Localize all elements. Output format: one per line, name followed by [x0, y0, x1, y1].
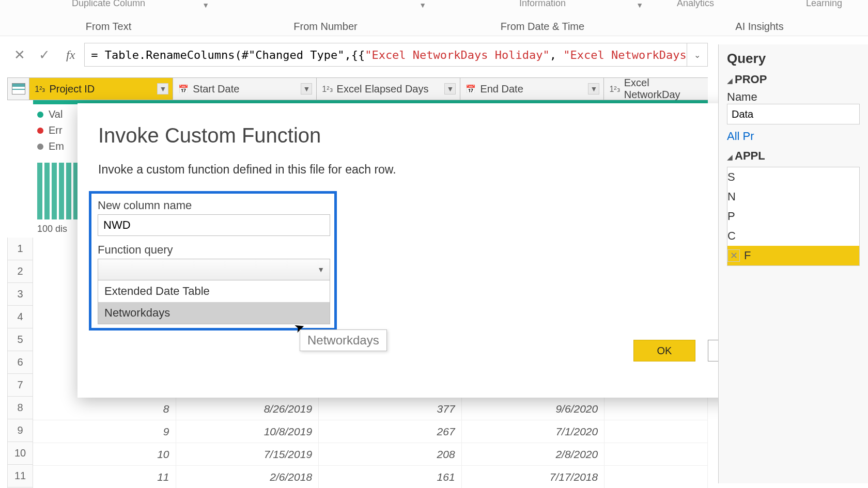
row-number-column: 1 2 3 4 5 6 7 8 9 10 11 12: [7, 238, 33, 488]
table-row[interactable]: 10 7/15/2019 208 2/8/2020: [33, 443, 708, 466]
column-filter-button[interactable]: ▼: [588, 83, 599, 95]
formula-input[interactable]: = Table.RenameColumns(#"Changed Type",{{…: [84, 43, 687, 67]
ribbon-from-text[interactable]: Duplicate Column From Text ▼: [0, 0, 217, 36]
formula-bar: ✕ ✓ fx = Table.RenameColumns(#"Changed T…: [7, 42, 708, 67]
table-row[interactable]: 11 2/6/2018 161 7/17/2018: [33, 466, 708, 488]
applied-step[interactable]: C: [727, 226, 859, 246]
row-number[interactable]: 11: [7, 465, 33, 487]
new-column-name-input[interactable]: [98, 214, 330, 236]
name-label: Name: [727, 90, 860, 104]
row-number[interactable]: 5: [7, 328, 33, 351]
table-row[interactable]: 8 8/26/2019 377 9/6/2020: [33, 398, 708, 420]
number-type-icon: 1²₃: [322, 84, 332, 94]
number-type-icon: 1²₃: [35, 84, 45, 94]
column-filter-button[interactable]: ▼: [157, 83, 168, 95]
table-icon: [12, 83, 25, 95]
chevron-down-icon: ▼: [317, 265, 324, 274]
column-header-elapsed-days[interactable]: 1²₃ Excel Elapsed Days ▼: [317, 77, 460, 100]
fx-icon[interactable]: fx: [57, 48, 84, 62]
applied-steps-header[interactable]: ◢APPL: [727, 149, 860, 163]
date-type-icon: 📅: [466, 84, 476, 94]
ribbon: Duplicate Column From Text ▼ From Number…: [0, 0, 868, 36]
error-dot-icon: [37, 128, 43, 134]
row-number[interactable]: 10: [7, 442, 33, 465]
number-type-icon: 1²₃: [609, 84, 619, 94]
expand-formula-button[interactable]: ⌄: [687, 43, 708, 67]
function-query-options: Extended Date Table Networkdays: [98, 280, 330, 324]
properties-header[interactable]: ◢PROP: [727, 73, 860, 86]
row-number[interactable]: 2: [7, 260, 33, 283]
dialog-title: Invoke Custom Function: [78, 103, 801, 152]
ribbon-from-number[interactable]: From Number ▼: [217, 0, 434, 36]
dropdown-option-extended-date-table[interactable]: Extended Date Table: [98, 280, 330, 302]
cancel-formula-button[interactable]: ✕: [7, 42, 32, 67]
row-number[interactable]: 8: [7, 397, 33, 419]
ok-button[interactable]: OK: [633, 340, 695, 361]
row-number[interactable]: 9: [7, 419, 33, 442]
row-number[interactable]: 3: [7, 283, 33, 306]
query-settings-panel: Query ◢PROP Name All Pr ◢APPL S N P C ✕F: [718, 44, 868, 483]
collapse-icon: ◢: [727, 76, 733, 85]
row-number[interactable]: 7: [7, 374, 33, 397]
invoke-custom-function-dialog: ✕ Invoke Custom Function Invoke a custom…: [78, 103, 801, 398]
column-header-project-id[interactable]: 1²₃ Project ID ▼: [29, 77, 173, 100]
column-filter-button[interactable]: ▼: [444, 83, 456, 95]
applied-step[interactable]: S: [727, 167, 859, 187]
delete-step-icon[interactable]: ✕: [727, 249, 740, 262]
row-number[interactable]: 1: [7, 238, 33, 260]
column-filter-button[interactable]: ▼: [301, 83, 312, 95]
empty-dot-icon: [37, 144, 43, 150]
annotation-highlight: New column name Function query ▼ Extende…: [89, 191, 337, 330]
panel-title: Query: [727, 51, 860, 67]
function-query-dropdown[interactable]: ▼: [98, 259, 330, 280]
row-number[interactable]: 4: [7, 306, 33, 328]
table-row[interactable]: 9 10/8/2019 267 7/1/2020: [33, 420, 708, 443]
applied-step[interactable]: P: [727, 207, 859, 226]
function-query-label: Function query: [98, 243, 328, 257]
column-header-end-date[interactable]: 📅 End Date ▼: [460, 77, 604, 100]
column-header-networkday[interactable]: 1²₃ Excel NetworkDay: [604, 77, 708, 100]
chevron-down-icon[interactable]: ▼: [202, 1, 209, 9]
valid-dot-icon: [37, 112, 43, 118]
all-properties-link[interactable]: All Pr: [727, 130, 860, 143]
date-type-icon: 📅: [178, 84, 189, 94]
applied-step[interactable]: ✕F: [727, 246, 859, 265]
chevron-down-icon[interactable]: ▼: [419, 1, 426, 9]
collapse-icon: ◢: [727, 153, 733, 161]
query-name-input[interactable]: [727, 104, 860, 124]
data-grid: 8 8/26/2019 377 9/6/2020 9 10/8/2019 267…: [33, 398, 708, 488]
column-headers: 1²₃ Project ID ▼ 📅 Start Date ▼ 1²₃ Exce…: [7, 77, 708, 100]
table-menu-button[interactable]: [7, 77, 29, 100]
applied-step[interactable]: N: [727, 187, 859, 207]
accept-formula-button[interactable]: ✓: [32, 42, 57, 67]
column-header-start-date[interactable]: 📅 Start Date ▼: [173, 77, 317, 100]
dialog-subtitle: Invoke a custom function defined in this…: [78, 152, 801, 191]
ribbon-ai-insights[interactable]: Analytics Learning AI Insights: [651, 0, 868, 36]
chevron-down-icon[interactable]: ▼: [636, 1, 643, 9]
ribbon-from-datetime[interactable]: Information From Date & Time ▼: [434, 0, 651, 36]
tooltip: Networkdays: [300, 329, 387, 351]
row-number[interactable]: 6: [7, 351, 33, 374]
new-column-label: New column name: [98, 199, 328, 212]
dropdown-option-networkdays[interactable]: Networkdays: [98, 302, 330, 324]
